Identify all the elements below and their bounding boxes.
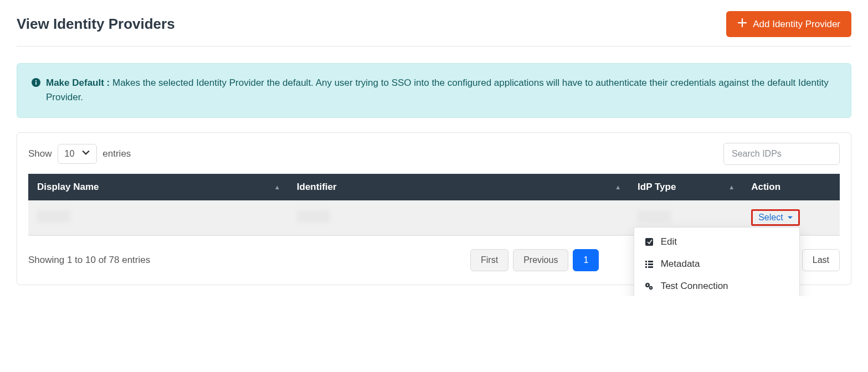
info-icon (32, 76, 40, 105)
dropdown-edit-label: Edit (661, 236, 677, 247)
sort-asc-icon: ▲ (274, 184, 280, 190)
search-input[interactable] (723, 143, 840, 165)
cell-identifier (288, 200, 629, 235)
pager-page-1-button[interactable]: 1 (573, 249, 599, 271)
page-header: View Identity Providers Add Identity Pro… (17, 11, 851, 46)
dropdown-metadata[interactable]: Metadata (634, 253, 799, 275)
pager-first-button[interactable]: First (470, 249, 509, 271)
row-action-dropdown: Edit Metadata Test Connection Make Defau… (634, 227, 800, 296)
idp-table: Display Name▲ Identifier▲ IdP Type▲ Acti… (28, 174, 840, 236)
entries-label: entries (102, 148, 131, 159)
page-title: View Identity Providers (17, 16, 175, 33)
svg-rect-5 (648, 261, 653, 262)
svg-point-11 (646, 284, 648, 286)
table-controls: Show 10 entries (28, 143, 840, 165)
showing-text: Showing 1 to 10 of 78 entries (28, 255, 150, 266)
entries-per-page-value: 10 (65, 149, 75, 159)
row-action-select-label: Select (758, 213, 783, 223)
svg-rect-6 (645, 264, 647, 265)
col-idp-type[interactable]: IdP Type▲ (629, 174, 742, 200)
show-label: Show (28, 148, 52, 159)
plus-icon (737, 18, 747, 30)
svg-rect-3 (645, 238, 653, 246)
svg-rect-4 (645, 261, 647, 262)
chevron-down-icon (82, 149, 90, 159)
svg-point-13 (650, 287, 651, 288)
caret-down-icon (788, 213, 793, 223)
svg-rect-1 (35, 82, 37, 85)
pager-previous-button[interactable]: Previous (513, 249, 568, 271)
edit-icon (644, 237, 654, 247)
sort-asc-icon: ▲ (728, 184, 735, 190)
cell-display-name (28, 200, 288, 235)
dropdown-test-label: Test Connection (661, 281, 728, 292)
svg-rect-2 (35, 80, 37, 81)
col-identifier[interactable]: Identifier▲ (288, 174, 629, 200)
svg-rect-9 (648, 266, 653, 268)
entries-per-page-select[interactable]: 10 (58, 144, 97, 164)
sort-asc-icon: ▲ (615, 184, 621, 190)
dropdown-test-connection[interactable]: Test Connection (634, 275, 799, 296)
dropdown-edit[interactable]: Edit (634, 231, 799, 253)
svg-rect-8 (645, 266, 647, 268)
pager-last-button[interactable]: Last (802, 249, 840, 271)
info-banner-prefix: Make Default : (46, 78, 110, 88)
info-banner-text: Makes the selected Identity Provider the… (46, 78, 829, 102)
row-action-select-button[interactable]: Select (751, 209, 799, 226)
col-action: Action (742, 174, 840, 200)
list-icon (644, 259, 654, 269)
svg-rect-7 (648, 264, 653, 265)
add-identity-provider-button[interactable]: Add Identity Provider (726, 11, 851, 37)
gears-icon (644, 281, 654, 291)
col-display-name[interactable]: Display Name▲ (28, 174, 288, 200)
add-button-label: Add Identity Provider (753, 19, 840, 30)
dropdown-metadata-label: Metadata (661, 259, 700, 270)
info-banner: Make Default : Makes the selected Identi… (17, 63, 851, 118)
